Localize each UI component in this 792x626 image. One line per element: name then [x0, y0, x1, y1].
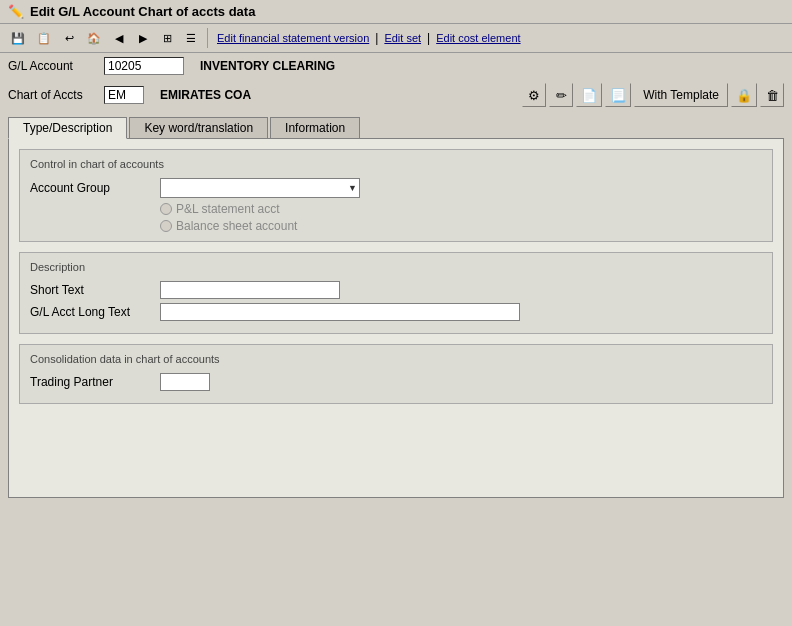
- short-text-label: Short Text: [30, 283, 160, 297]
- trading-partner-row: Trading Partner: [30, 373, 762, 391]
- edit-cost-link[interactable]: Edit cost element: [436, 32, 520, 44]
- short-text-row: Short Text: [30, 281, 762, 299]
- long-text-input[interactable]: [160, 303, 520, 321]
- radio-group: P&L statement acct Balance sheet account: [160, 202, 762, 233]
- title-bar: ✏️ Edit G/L Account Chart of accts data: [0, 0, 792, 24]
- trading-partner-label: Trading Partner: [30, 375, 160, 389]
- pl-radio-label[interactable]: P&L statement acct: [160, 202, 762, 216]
- chart-description: EMIRATES COA: [160, 88, 251, 102]
- tab-information[interactable]: Information: [270, 117, 360, 138]
- account-group-dropdown[interactable]: ▼: [160, 178, 360, 198]
- gl-account-description: INVENTORY CLEARING: [200, 59, 335, 73]
- account-group-label: Account Group: [30, 181, 160, 195]
- edit-set-link[interactable]: Edit set: [384, 32, 421, 44]
- description-section: Description Short Text G/L Acct Long Tex…: [19, 252, 773, 334]
- copy-doc-icon-btn[interactable]: 📄: [576, 83, 602, 107]
- control-section: Control in chart of accounts Account Gro…: [19, 149, 773, 242]
- nav-prev-btn[interactable]: ◀: [108, 27, 130, 49]
- window-title: Edit G/L Account Chart of accts data: [30, 4, 255, 19]
- gl-account-input[interactable]: [104, 57, 184, 75]
- separator-1: [207, 28, 208, 48]
- tab-keyword-translation[interactable]: Key word/translation: [129, 117, 268, 138]
- balance-radio-btn[interactable]: [160, 220, 172, 232]
- tabs-container: Type/Description Key word/translation In…: [8, 117, 784, 498]
- dropdown-arrow: ▼: [348, 183, 357, 193]
- tab-content-type-description: Control in chart of accounts Account Gro…: [8, 138, 784, 498]
- balance-radio-text: Balance sheet account: [176, 219, 297, 233]
- title-icon: ✏️: [8, 4, 24, 19]
- toolbar-save-btn[interactable]: 💾: [6, 27, 30, 49]
- edit-financial-link[interactable]: Edit financial statement version: [217, 32, 369, 44]
- toolbar: 💾 📋 ↩ 🏠 ◀ ▶ ⊞ ☰ Edit financial statement…: [0, 24, 792, 53]
- icon-group: ⚙ ✏ 📄 📃 With Template 🔒 🗑: [522, 83, 784, 107]
- long-text-row: G/L Acct Long Text: [30, 303, 762, 321]
- balance-radio-label[interactable]: Balance sheet account: [160, 219, 762, 233]
- nav-arrows: ◀ ▶: [108, 27, 154, 49]
- gl-account-label: G/L Account: [8, 59, 98, 73]
- trading-partner-input[interactable]: [160, 373, 210, 391]
- short-text-input[interactable]: [160, 281, 340, 299]
- edit-icon-btn[interactable]: ✏: [549, 83, 573, 107]
- toolbar-list-btn[interactable]: ☰: [180, 27, 202, 49]
- toolbar-config-btn[interactable]: ⊞: [156, 27, 178, 49]
- account-group-row: Account Group ▼: [30, 178, 762, 198]
- toolbar-exit-btn[interactable]: 🏠: [82, 27, 106, 49]
- chart-row: Chart of Accts EMIRATES COA ⚙ ✏ 📄 📃 With…: [0, 79, 792, 111]
- tab-type-description[interactable]: Type/Description: [8, 117, 127, 139]
- nav-next-btn[interactable]: ▶: [132, 27, 154, 49]
- toolbar-copy-btn[interactable]: 📋: [32, 27, 56, 49]
- long-text-label: G/L Acct Long Text: [30, 305, 160, 319]
- delete-icon-btn[interactable]: 🗑: [760, 83, 784, 107]
- tabs-row: Type/Description Key word/translation In…: [8, 117, 784, 138]
- control-section-title: Control in chart of accounts: [30, 158, 762, 170]
- toolbar-back-btn[interactable]: ↩: [58, 27, 80, 49]
- lock-icon-btn[interactable]: 🔒: [731, 83, 757, 107]
- consolidation-section-title: Consolidation data in chart of accounts: [30, 353, 762, 365]
- template-copy-icon-btn[interactable]: 📃: [605, 83, 631, 107]
- chart-input[interactable]: [104, 86, 144, 104]
- gl-account-row: G/L Account INVENTORY CLEARING: [0, 53, 792, 79]
- description-section-title: Description: [30, 261, 762, 273]
- settings-icon-btn[interactable]: ⚙: [522, 83, 546, 107]
- pl-radio-btn[interactable]: [160, 203, 172, 215]
- chart-label: Chart of Accts: [8, 88, 98, 102]
- with-template-btn[interactable]: With Template: [634, 83, 728, 107]
- pl-radio-text: P&L statement acct: [176, 202, 280, 216]
- consolidation-section: Consolidation data in chart of accounts …: [19, 344, 773, 404]
